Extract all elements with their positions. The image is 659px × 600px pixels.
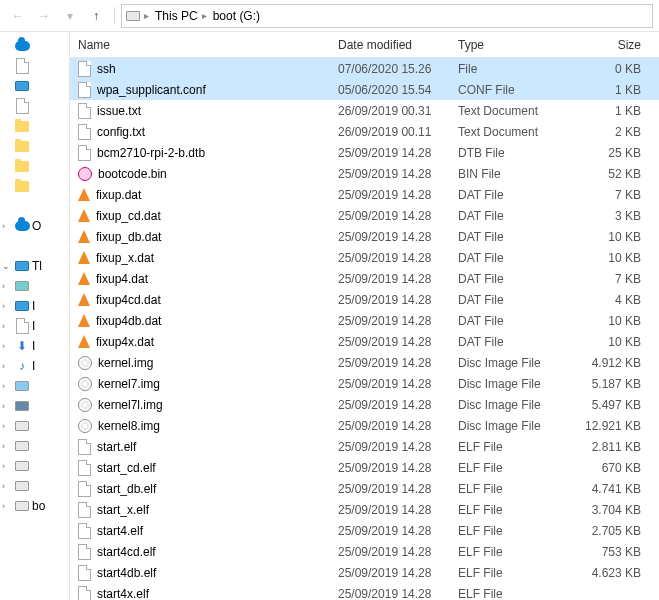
tree-caret-icon[interactable]: ⌄ [2, 261, 12, 271]
tree-item[interactable] [0, 76, 69, 96]
tree-caret-icon[interactable]: › [2, 461, 12, 471]
blank-icon [15, 199, 29, 213]
file-row[interactable]: fixup4.dat25/09/2019 14.28DAT File7 KB [70, 268, 659, 289]
file-listing: Name Date modified Type Size ssh07/06/20… [70, 32, 659, 600]
file-row[interactable]: bcm2710-rpi-2-b.dtb25/09/2019 14.28DTB F… [70, 142, 659, 163]
tree-caret-icon[interactable]: › [2, 341, 12, 351]
tree-item[interactable]: ›I [0, 296, 69, 316]
tree-caret-icon[interactable]: › [2, 321, 12, 331]
vlc-icon [78, 209, 90, 222]
file-row[interactable]: start4cd.elf25/09/2019 14.28ELF File753 … [70, 541, 659, 562]
tree-caret-icon[interactable]: › [2, 221, 12, 231]
file-row[interactable]: fixup_x.dat25/09/2019 14.28DAT File10 KB [70, 247, 659, 268]
file-date: 25/09/2019 14.28 [330, 146, 450, 160]
tree-item[interactable] [0, 56, 69, 76]
tree-item[interactable]: ›I [0, 316, 69, 336]
chevron-right-icon: ▸ [144, 10, 149, 21]
breadcrumb-root[interactable]: ▸ [126, 10, 149, 21]
tree-item[interactable]: › [0, 276, 69, 296]
tree-item[interactable] [0, 156, 69, 176]
tree-item[interactable]: › [0, 476, 69, 496]
drive-icon [15, 441, 29, 451]
file-row[interactable]: start_x.elf25/09/2019 14.28ELF File3.704… [70, 499, 659, 520]
file-row[interactable]: start.elf25/09/2019 14.28ELF File2.811 K… [70, 436, 659, 457]
file-row[interactable]: start4x.elf25/09/2019 14.28ELF File [70, 583, 659, 600]
file-date: 25/09/2019 14.28 [330, 440, 450, 454]
file-row[interactable]: kernel.img25/09/2019 14.28Disc Image Fil… [70, 352, 659, 373]
file-row[interactable]: fixup4x.dat25/09/2019 14.28DAT File10 KB [70, 331, 659, 352]
file-name: start_x.elf [97, 503, 149, 517]
file-name: kernel.img [98, 356, 153, 370]
file-size: 4.623 KB [560, 566, 659, 580]
tree-caret-icon[interactable]: › [2, 421, 12, 431]
file-row[interactable]: fixup.dat25/09/2019 14.28DAT File7 KB [70, 184, 659, 205]
tree-item[interactable]: ›♪I [0, 356, 69, 376]
tree-item[interactable]: ›⬇I [0, 336, 69, 356]
file-row[interactable]: start4.elf25/09/2019 14.28ELF File2.705 … [70, 520, 659, 541]
tree-label: I [32, 319, 35, 333]
file-type: ELF File [450, 545, 560, 559]
address-bar[interactable]: ▸ This PC ▸ boot (G:) [121, 4, 653, 28]
file-row[interactable]: kernel8.img25/09/2019 14.28Disc Image Fi… [70, 415, 659, 436]
tree-item[interactable]: › [0, 456, 69, 476]
tree-item[interactable]: ›O [0, 216, 69, 236]
col-date[interactable]: Date modified [330, 38, 450, 52]
file-date: 25/09/2019 14.28 [330, 188, 450, 202]
tree-item[interactable] [0, 96, 69, 116]
tree-item[interactable] [0, 236, 69, 256]
tree-caret-icon[interactable]: › [2, 301, 12, 311]
file-row[interactable]: start4db.elf25/09/2019 14.28ELF File4.62… [70, 562, 659, 583]
back-button[interactable]: ← [6, 4, 30, 28]
tree-item[interactable]: › [0, 436, 69, 456]
col-type[interactable]: Type [450, 38, 560, 52]
file-icon [78, 544, 91, 560]
tree-item[interactable]: ›bo [0, 496, 69, 516]
file-icon [78, 502, 91, 518]
col-size[interactable]: Size [560, 38, 659, 52]
tree-item[interactable] [0, 116, 69, 136]
forward-button[interactable]: → [32, 4, 56, 28]
file-row[interactable]: wpa_supplicant.conf05/06/2020 15.54CONF … [70, 79, 659, 100]
file-row[interactable]: start_cd.elf25/09/2019 14.28ELF File670 … [70, 457, 659, 478]
file-rows[interactable]: ssh07/06/2020 15.26File0 KBwpa_supplican… [70, 58, 659, 600]
file-row[interactable]: start_db.elf25/09/2019 14.28ELF File4.74… [70, 478, 659, 499]
tree-item[interactable]: ⌄Tl [0, 256, 69, 276]
file-size: 3.704 KB [560, 503, 659, 517]
tree-caret-icon[interactable]: › [2, 441, 12, 451]
tree-caret-icon[interactable]: › [2, 281, 12, 291]
tree-item[interactable]: › [0, 416, 69, 436]
file-size: 7 KB [560, 272, 659, 286]
tree-item[interactable] [0, 176, 69, 196]
tree-caret-icon[interactable]: › [2, 381, 12, 391]
file-row[interactable]: config.txt26/09/2019 00.11Text Document2… [70, 121, 659, 142]
tree-item[interactable]: › [0, 396, 69, 416]
file-row[interactable]: bootcode.bin25/09/2019 14.28BIN File52 K… [70, 163, 659, 184]
file-name: fixup4x.dat [96, 335, 154, 349]
tree-caret-icon[interactable]: › [2, 501, 12, 511]
file-row[interactable]: kernel7.img25/09/2019 14.28Disc Image Fi… [70, 373, 659, 394]
file-row[interactable]: fixup4cd.dat25/09/2019 14.28DAT File4 KB [70, 289, 659, 310]
up-button[interactable]: ↑ [84, 4, 108, 28]
tree-item[interactable] [0, 136, 69, 156]
file-row[interactable]: fixup_cd.dat25/09/2019 14.28DAT File3 KB [70, 205, 659, 226]
file-row[interactable]: kernel7l.img25/09/2019 14.28Disc Image F… [70, 394, 659, 415]
breadcrumb-label: This PC [155, 9, 198, 23]
nav-tree[interactable]: ›O⌄Tl››I›I›⬇I›♪I›››››››bo [0, 32, 70, 600]
file-type: ELF File [450, 587, 560, 601]
tree-caret-icon[interactable]: › [2, 361, 12, 371]
tree-caret-icon[interactable]: › [2, 401, 12, 411]
tree-item[interactable] [0, 196, 69, 216]
file-date: 25/09/2019 14.28 [330, 377, 450, 391]
breadcrumb-folder[interactable]: boot (G:) [213, 9, 260, 23]
tree-caret-icon[interactable]: › [2, 481, 12, 491]
file-row[interactable]: ssh07/06/2020 15.26File0 KB [70, 58, 659, 79]
recent-dropdown[interactable]: ▾ [58, 4, 82, 28]
file-row[interactable]: fixup4db.dat25/09/2019 14.28DAT File10 K… [70, 310, 659, 331]
tree-item[interactable] [0, 36, 69, 56]
file-row[interactable]: issue.txt26/09/2019 00.31Text Document1 … [70, 100, 659, 121]
file-row[interactable]: fixup_db.dat25/09/2019 14.28DAT File10 K… [70, 226, 659, 247]
tree-item[interactable]: › [0, 376, 69, 396]
col-name[interactable]: Name [70, 38, 330, 52]
file-icon [78, 523, 91, 539]
breadcrumb-this-pc[interactable]: This PC ▸ [155, 9, 207, 23]
